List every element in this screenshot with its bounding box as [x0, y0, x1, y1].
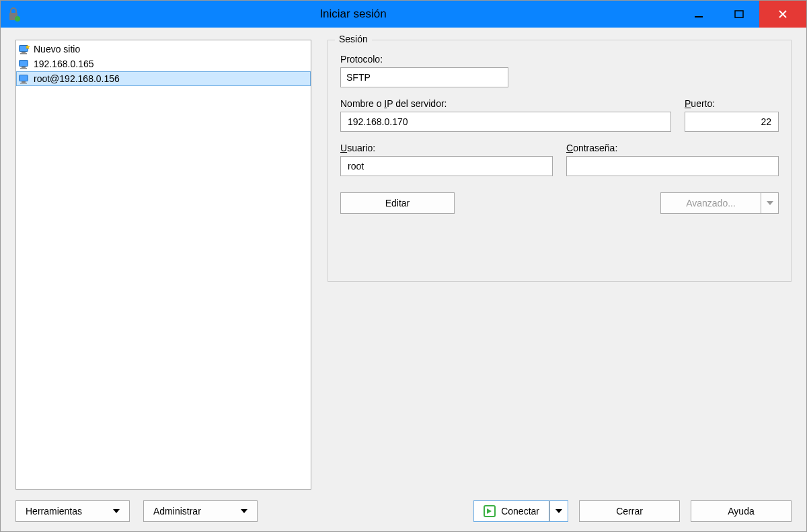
connect-split-button: Conectar	[473, 500, 568, 522]
tools-button[interactable]: Herramientas	[15, 500, 130, 522]
site-item-label: Nuevo sitio	[34, 44, 80, 54]
edit-button[interactable]: Editar	[340, 192, 455, 214]
window-controls	[679, 1, 806, 28]
user-label: Usuario:	[340, 143, 553, 153]
site-list-item[interactable]: Nuevo sitio	[16, 42, 311, 56]
monitor-icon	[19, 74, 30, 83]
svg-rect-15	[20, 83, 27, 84]
maximize-button[interactable]	[719, 1, 759, 28]
user-input-field[interactable]	[346, 157, 547, 176]
login-window: Iniciar sesión Nuevo sitio192.168.0.165r…	[0, 0, 807, 532]
manage-button[interactable]: Administrar	[143, 500, 258, 522]
port-label: Puerto:	[685, 98, 779, 109]
svg-marker-21	[555, 509, 562, 513]
password-input[interactable]	[566, 156, 779, 176]
svg-rect-3	[735, 11, 743, 17]
protocol-label: Protocolo:	[340, 54, 779, 65]
minimize-button[interactable]	[679, 1, 719, 28]
host-input[interactable]	[340, 112, 671, 132]
svg-point-1	[15, 16, 20, 22]
password-label: Contraseña:	[566, 143, 779, 153]
svg-marker-17	[113, 509, 120, 513]
host-input-field[interactable]	[346, 112, 665, 131]
connect-button-label: Conectar	[501, 506, 539, 517]
port-input-field[interactable]	[691, 112, 773, 131]
svg-rect-13	[20, 75, 28, 81]
advanced-button[interactable]: Avanzado...	[660, 192, 761, 214]
svg-rect-8	[20, 53, 27, 54]
app-lock-icon	[1, 1, 28, 28]
svg-marker-18	[241, 509, 247, 513]
site-list-item[interactable]: root@192.168.0.156	[16, 71, 311, 86]
titlebar: Iniciar sesión	[1, 1, 806, 28]
site-list[interactable]: Nuevo sitio192.168.0.165root@192.168.0.1…	[15, 40, 311, 490]
svg-marker-16	[767, 201, 773, 205]
main-row: Nuevo sitio192.168.0.165root@192.168.0.1…	[15, 40, 792, 490]
site-item-label: root@192.168.0.156	[34, 73, 120, 84]
password-input-field[interactable]	[572, 157, 773, 176]
window-title: Iniciar sesión	[28, 7, 679, 21]
svg-rect-7	[22, 52, 26, 53]
session-group: Sesión Protocolo: SFTP Nombre o IP del s…	[328, 40, 792, 282]
svg-rect-10	[20, 61, 28, 67]
session-legend: Sesión	[335, 34, 372, 44]
user-input[interactable]	[340, 156, 553, 176]
advanced-dropdown-caret[interactable]	[761, 192, 779, 214]
manage-button-label: Administrar	[153, 506, 201, 517]
svg-rect-11	[22, 67, 26, 68]
footer-row: Herramientas Administrar Conectar	[15, 500, 792, 522]
close-button[interactable]: Cerrar	[579, 500, 680, 522]
connect-button[interactable]: Conectar	[473, 500, 549, 522]
protocol-value: SFTP	[340, 67, 508, 87]
site-list-item[interactable]: 192.168.0.165	[16, 56, 311, 71]
chevron-down-icon	[767, 201, 773, 205]
port-input[interactable]	[685, 112, 779, 132]
connect-dropdown-caret[interactable]	[549, 500, 568, 522]
login-icon	[484, 505, 496, 517]
footer-right: Conectar Cerrar Ayuda	[473, 500, 792, 522]
svg-marker-20	[487, 508, 492, 514]
footer-left: Herramientas Administrar	[15, 500, 258, 522]
svg-rect-14	[22, 81, 26, 83]
monitor-icon	[19, 59, 30, 69]
svg-rect-12	[20, 68, 27, 69]
dialog-content: Nuevo sitio192.168.0.165root@192.168.0.1…	[1, 28, 806, 531]
chevron-down-icon	[113, 509, 120, 513]
tools-button-label: Herramientas	[26, 506, 82, 517]
close-window-button[interactable]	[759, 1, 806, 28]
advanced-split-button: Avanzado...	[660, 192, 779, 214]
site-item-label: 192.168.0.165	[34, 59, 94, 69]
monitor-icon	[19, 44, 30, 54]
chevron-down-icon	[241, 509, 247, 513]
help-button[interactable]: Ayuda	[691, 500, 792, 522]
chevron-down-icon	[555, 509, 562, 513]
host-label: Nombre o IP del servidor:	[340, 98, 671, 109]
